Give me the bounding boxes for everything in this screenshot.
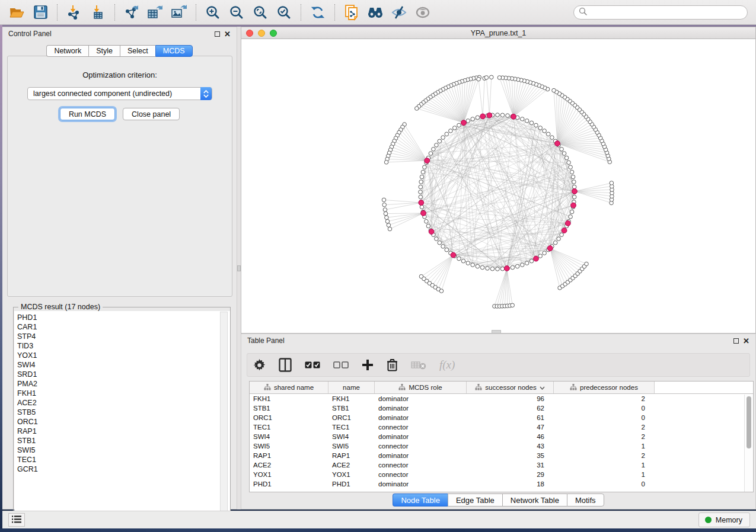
- import-network-button[interactable]: [62, 2, 86, 23]
- zoom-fit-button[interactable]: [248, 2, 272, 23]
- task-history-button[interactable]: [8, 513, 25, 527]
- new-network-from-selection-button[interactable]: [340, 2, 363, 23]
- column-header-shared-name[interactable]: shared name: [250, 382, 328, 393]
- mcds-result-item[interactable]: PHD1: [17, 313, 230, 322]
- table-cell: 1: [554, 462, 655, 469]
- table-cell: 35: [467, 452, 554, 459]
- table-row[interactable]: PHD1PHD1dominator180: [250, 479, 753, 489]
- function-builder-button: f(x): [439, 358, 455, 371]
- close-panel-button[interactable]: Close panel: [123, 108, 180, 120]
- zoom-in-button[interactable]: [201, 2, 225, 23]
- table-row[interactable]: STB1STB1dominator620: [250, 403, 753, 413]
- column-header-mcds-role[interactable]: MCDS role: [375, 382, 467, 393]
- mcds-result-item[interactable]: CAR1: [17, 322, 230, 332]
- mcds-result-item[interactable]: SWI5: [17, 446, 230, 455]
- table-settings-button[interactable]: [253, 359, 266, 371]
- table-row[interactable]: TEC1TEC1connector472: [250, 422, 753, 432]
- table-row[interactable]: SWI4SWI4dominator462: [250, 432, 753, 441]
- table-cell: TEC1: [328, 424, 375, 431]
- close-icon[interactable]: ✕: [224, 31, 231, 37]
- table-row[interactable]: SWI5SWI5connector431: [250, 441, 753, 451]
- column-header-successor-nodes[interactable]: successor nodes: [467, 382, 554, 393]
- mcds-result-item[interactable]: ACE2: [17, 398, 230, 408]
- tab-mcds[interactable]: MCDS: [155, 45, 193, 57]
- table-cell: 2: [554, 433, 655, 440]
- table-cell: YOX1: [250, 471, 328, 478]
- eye-icon: [414, 5, 431, 20]
- horizontal-splitter-handle[interactable]: [492, 330, 501, 334]
- select-all-button[interactable]: [305, 361, 320, 369]
- hide-selected-button[interactable]: [387, 2, 411, 23]
- show-all-button[interactable]: [411, 2, 435, 23]
- mcds-result-item[interactable]: RAP1: [17, 427, 230, 436]
- table-row[interactable]: FKH1FKH1dominator962: [250, 394, 753, 403]
- column-header-name[interactable]: name: [328, 382, 375, 393]
- mcds-result-item[interactable]: STB5: [17, 408, 230, 417]
- column-header-predecessor-nodes[interactable]: predecessor nodes: [554, 382, 655, 393]
- save-session-button[interactable]: [28, 2, 52, 23]
- mcds-result-scrollbar[interactable]: [220, 312, 228, 522]
- search-input[interactable]: [590, 8, 742, 17]
- delete-column-button[interactable]: [387, 358, 398, 371]
- toolbar-separator: [114, 4, 115, 21]
- network-titlebar[interactable]: YPA_prune.txt_1: [241, 27, 755, 39]
- export-image-button[interactable]: [167, 2, 191, 23]
- table-row[interactable]: YOX1YOX1connector291: [250, 470, 753, 479]
- table-cell: connector: [375, 443, 467, 450]
- zoom-selected-button[interactable]: [272, 2, 296, 23]
- table-row[interactable]: RAP1RAP1dominator352: [250, 451, 753, 460]
- table-row[interactable]: ACE2ACE2connector311: [250, 460, 753, 470]
- open-folder-icon: [9, 5, 25, 20]
- tab-style[interactable]: Style: [88, 45, 120, 57]
- mcds-result-list[interactable]: PHD1CAR1STP4TID3YOX1SWI4SRD1PMA2FKH1ACE2…: [14, 311, 230, 523]
- zoom-out-button[interactable]: [225, 2, 248, 23]
- tab-edge-table[interactable]: Edge Table: [448, 493, 502, 507]
- refresh-button[interactable]: [306, 2, 330, 23]
- tab-network-table[interactable]: Network Table: [502, 493, 567, 507]
- export-table-button[interactable]: [143, 2, 167, 23]
- eye-slash-icon: [391, 5, 407, 20]
- table-cell: SWI5: [328, 443, 375, 450]
- add-column-button[interactable]: [362, 359, 374, 371]
- deselect-all-button[interactable]: [333, 361, 349, 369]
- desktop-background-bottom: [0, 528, 756, 532]
- mcds-result-item[interactable]: GCR1: [17, 464, 230, 474]
- mcds-result-item[interactable]: FKH1: [17, 389, 230, 398]
- show-columns-button[interactable]: [279, 358, 292, 372]
- table-cell: dominator: [375, 480, 467, 488]
- import-table-button[interactable]: [86, 2, 110, 23]
- save-icon: [34, 5, 47, 19]
- mcds-result-item[interactable]: SWI4: [17, 360, 230, 370]
- float-window-icon[interactable]: [215, 31, 220, 37]
- mcds-result-item[interactable]: TID3: [17, 341, 230, 351]
- mcds-result-item[interactable]: YOX1: [17, 351, 230, 360]
- open-file-button[interactable]: [5, 2, 28, 23]
- table-scrollbar[interactable]: [744, 395, 752, 492]
- table-cell: dominator: [375, 405, 467, 412]
- table-cell: FKH1: [250, 395, 328, 402]
- export-network-button[interactable]: [120, 2, 143, 23]
- export-network-icon: [123, 5, 140, 20]
- table-cell: 47: [467, 424, 554, 431]
- mcds-result-item[interactable]: TEC1: [17, 455, 230, 464]
- tab-select[interactable]: Select: [120, 45, 155, 57]
- criterion-select[interactable]: largest connected component (undirected): [27, 87, 212, 100]
- tab-network[interactable]: Network: [46, 45, 88, 57]
- mcds-result-item[interactable]: ORC1: [17, 417, 230, 427]
- run-mcds-button[interactable]: Run MCDS: [60, 108, 115, 120]
- memory-button[interactable]: Memory: [698, 512, 750, 527]
- mcds-result-item[interactable]: PMA2: [17, 379, 230, 389]
- binoculars-icon: [367, 5, 384, 20]
- tab-node-table[interactable]: Node Table: [393, 493, 448, 507]
- close-icon[interactable]: ✕: [743, 338, 749, 344]
- table-row[interactable]: ORC1ORC1dominator610: [250, 413, 753, 422]
- mcds-result-item[interactable]: STB1: [17, 436, 230, 446]
- mcds-result-item[interactable]: SRD1: [17, 370, 230, 379]
- mcds-result-item[interactable]: STP4: [17, 332, 230, 341]
- network-search-box[interactable]: [573, 5, 748, 20]
- tab-motifs[interactable]: Motifs: [567, 493, 604, 507]
- float-window-icon[interactable]: [733, 338, 739, 344]
- scrollbar-thumb[interactable]: [747, 396, 751, 448]
- network-canvas[interactable]: [241, 39, 755, 333]
- first-neighbors-button[interactable]: [363, 2, 387, 23]
